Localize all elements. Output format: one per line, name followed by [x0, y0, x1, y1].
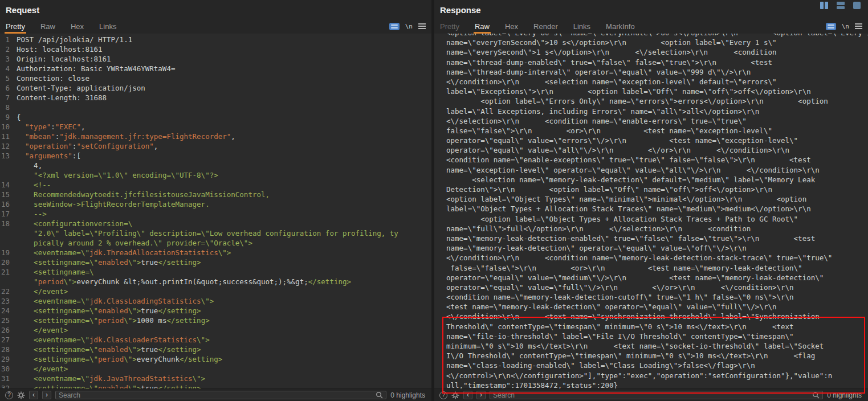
- response-code-line: name=\"everySecond\">1 s<\/option>\r\n <…: [446, 47, 868, 57]
- tab-markinfo[interactable]: MarkInfo: [606, 19, 635, 34]
- response-code-line: Detection\">\r\n <option label=\"Off\" n…: [446, 185, 868, 194]
- request-panel: Request PrettyRawHexLinks \n 1POST /api/…: [0, 0, 431, 401]
- response-code-line: <\/selection>\r\n <condition name=\"enab…: [446, 116, 868, 126]
- request-code-line: 15 Recommendedwaytoedit.jfcfilesistouseJ…: [0, 190, 431, 199]
- editor-menu-icon[interactable]: [855, 23, 862, 29]
- response-code-line: <option label=\"Object Types\" name=\"mi…: [446, 194, 868, 204]
- response-code-line: operator=\"equal\" value=\"full\"\/>\r\n…: [446, 283, 868, 292]
- request-editor[interactable]: 1POST /api/jolokia/ HTTP/1.12Host: local…: [0, 34, 431, 388]
- tab-links[interactable]: Links: [573, 19, 590, 34]
- next-match-button[interactable]: ›: [476, 391, 486, 399]
- request-code-line: 16 seeWindow->FlightRecorderTemplateMana…: [0, 199, 431, 209]
- request-code-line: 24 <settingname=\"enabled\">true</settin…: [0, 306, 431, 316]
- response-code-line: operator=\"equal\" value=\"all\"\/>\r\n …: [446, 145, 868, 155]
- tab-pretty[interactable]: Pretty: [440, 19, 459, 34]
- syntax-highlight-icon[interactable]: [389, 23, 400, 30]
- request-code-line: 23 <eventname=\"jdk.ClassLoadingStatisti…: [0, 296, 431, 306]
- tab-raw[interactable]: Raw: [40, 19, 55, 34]
- request-code-line: 7Content-Length: 31688: [0, 93, 431, 103]
- tab-render[interactable]: Render: [533, 19, 558, 34]
- response-code-line: label=\"All Exceptions, including Errors…: [446, 107, 868, 116]
- response-panel: Response PrettyRawHexRenderLinksMarkInfo…: [434, 0, 868, 401]
- search-input[interactable]: [493, 391, 810, 399]
- request-editor-tools: \n: [389, 19, 426, 34]
- request-code-line: 10 "type":"EXEC",: [0, 122, 431, 132]
- tab-hex[interactable]: Hex: [71, 19, 84, 34]
- search-settings-gear-icon[interactable]: [17, 391, 25, 399]
- editor-menu-icon[interactable]: [418, 23, 426, 29]
- request-code-line: 30 </event>: [0, 364, 431, 374]
- request-code-line: 5Connection: close: [0, 73, 431, 83]
- request-code-line: "<?xml version=\"1.0\" encoding=\"UTF-8\…: [0, 170, 431, 180]
- search-icon: [812, 391, 820, 399]
- response-editor-tools: \n: [826, 19, 862, 34]
- request-tabs: PrettyRawHexLinks: [6, 19, 116, 34]
- request-code-line: 18 <configurationversion=\: [0, 219, 431, 228]
- response-code-line: label=\"Object Types + Allocation Stack …: [446, 204, 868, 214]
- response-code-line: <test name=\"memory-leak-detection\" ope…: [446, 302, 868, 312]
- response-code-line: label=\"Exceptions\">\r\n <option label=…: [446, 87, 868, 96]
- prev-match-button[interactable]: ‹: [29, 391, 38, 399]
- maximize-layout-icon[interactable]: [853, 2, 861, 9]
- request-code-line: "period\">everyChunk &lt;%out.printIn(&q…: [0, 277, 431, 287]
- request-code-line: 28 <settingname=\"enabled\">true</settin…: [0, 345, 431, 354]
- syntax-highlight-icon[interactable]: [826, 23, 836, 30]
- prev-match-button[interactable]: ‹: [463, 391, 472, 399]
- rows-layout-icon[interactable]: [837, 2, 845, 9]
- request-code-line: 14 <!--: [0, 180, 431, 190]
- request-code-line: 32 <settingname=\"enabled\">true</settin…: [0, 383, 431, 388]
- request-code-line: 6Content-Type: application/json: [0, 83, 431, 93]
- tab-pretty[interactable]: Pretty: [6, 19, 25, 34]
- request-search-bar: ? ‹ › 0 highlights: [0, 388, 431, 401]
- response-code-line: name=\"thread-dump-enabled\" true=\"fals…: [446, 58, 868, 67]
- response-code-line: operator=\"equal\" value=\"errors\"\/>\r…: [446, 136, 868, 145]
- highlight-count: 0 highlights: [827, 391, 863, 399]
- columns-layout-icon[interactable]: [820, 2, 828, 9]
- response-code-line: name=\"full\">full<\/option>\r\n <\/sele…: [446, 224, 868, 234]
- request-code-line: 12 "operation":"setConfiguration",: [0, 141, 431, 151]
- response-tabs: PrettyRawHexRenderLinksMarkInfo: [440, 19, 635, 34]
- response-code-line: name=\"everyTenSecond\">10 s<\/option>\r…: [446, 38, 868, 47]
- response-code-line: I\/O Threshold\" contentType=\"timespan\…: [446, 351, 868, 361]
- search-input[interactable]: [59, 391, 373, 399]
- response-code-line: <condition name=\"memory-leak-detection-…: [446, 292, 868, 302]
- request-code-line: 21 <settingname=\: [0, 267, 431, 277]
- request-code-line: 8: [0, 103, 431, 112]
- help-icon[interactable]: ?: [5, 391, 13, 399]
- request-code-line: 13 "arguments":[: [0, 151, 431, 161]
- search-settings-gear-icon[interactable]: [451, 391, 459, 399]
- request-code-line: pically around 2 % overhead.\" provider=…: [0, 238, 431, 248]
- help-icon[interactable]: ?: [439, 391, 447, 399]
- response-tab-bar: PrettyRawHexRenderLinksMarkInfo \n: [434, 19, 868, 34]
- request-code-line: 31 <eventname=\"jdk.JavaThreadStatistics…: [0, 374, 431, 383]
- response-editor[interactable]: <option label=\"Every 60 s\" name=\"ever…: [434, 34, 868, 388]
- request-code-line: 29 <settingname=\"period\">everyChunk</s…: [0, 354, 431, 364]
- request-tab-bar: PrettyRawHexLinks \n: [0, 19, 431, 34]
- search-icon: [376, 391, 383, 399]
- window-layout-controls: [820, 2, 861, 9]
- response-code-line: name=\"class-loading-enabled\" label=\"C…: [446, 361, 868, 370]
- response-code-line: ull,"timestamp":1701358472,"status":200}: [446, 380, 868, 388]
- response-code-line: false=\"false\">\r\n <or>\r\n <test name…: [446, 126, 868, 136]
- next-match-button[interactable]: ›: [42, 391, 51, 399]
- request-code-line: 11 "mbean":"jdk.management.jfr:type=Flig…: [0, 132, 431, 141]
- response-code-line: <\/condition>\r\n <selection name=\"exce…: [446, 77, 868, 87]
- response-code-line: name=\"memory-leak-detection-enabled\" t…: [446, 234, 868, 243]
- response-code-line: <selection name=\"memory-leak-detection\…: [446, 175, 868, 185]
- tab-hex[interactable]: Hex: [505, 19, 518, 34]
- show-newlines-button[interactable]: \n: [405, 23, 413, 30]
- request-code-line: 19 <eventname=\"jdk.ThreadAllocationStat…: [0, 248, 431, 257]
- tab-raw[interactable]: Raw: [475, 19, 490, 34]
- request-code-line: 27 <eventname=\"jdk.ClassLoaderStatistic…: [0, 335, 431, 345]
- response-panel-title: Response: [434, 0, 868, 19]
- request-code-line: 20 <settingname=\"enabled\">true</settin…: [0, 257, 431, 267]
- response-code-line: minimum=\"0 s\">10 ms<\/text>\r\n <text …: [446, 341, 868, 351]
- request-search-field: [55, 391, 386, 399]
- response-code-line: name=\"file-io-threshold\" label=\"File …: [446, 332, 868, 341]
- response-code-line: false=\"false\">\r\n <or>\r\n <test name…: [446, 263, 868, 273]
- response-code-line: <condition name=\"enable-exceptions\" tr…: [446, 155, 868, 165]
- request-code-line: 3Origin: localhost:8161: [0, 54, 431, 64]
- response-code-line: name=\"exception-level\" operator=\"equa…: [446, 165, 868, 175]
- show-newlines-button[interactable]: \n: [842, 23, 849, 30]
- tab-links[interactable]: Links: [99, 19, 116, 34]
